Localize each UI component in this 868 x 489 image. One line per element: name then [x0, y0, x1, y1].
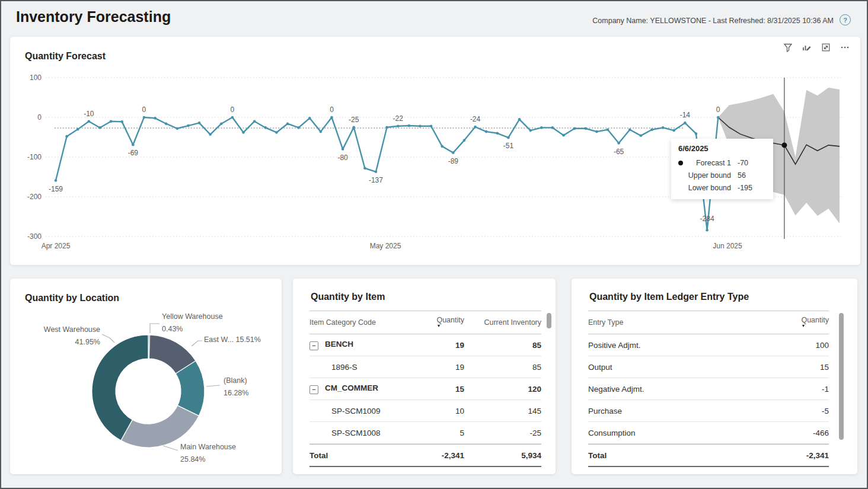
collapse-icon[interactable]: − [309, 341, 318, 350]
cell-value: 19 [408, 341, 464, 350]
tooltip-value: 56 [738, 170, 764, 182]
svg-text:-65: -65 [614, 148, 624, 156]
svg-text:0.43%: 0.43% [162, 325, 183, 333]
cell-value: 15 [764, 363, 829, 372]
table-row[interactable]: Negative Adjmt.-1 [588, 378, 829, 400]
cell-value: -2,341 [764, 451, 829, 460]
row-label: 1896-S [331, 363, 358, 372]
row-label: Positive Adjmt. [588, 341, 641, 350]
page-title: Inventory Forecasting [16, 8, 171, 25]
table-row[interactable]: Total-2,3415,934 [309, 444, 541, 467]
cell-value: 145 [464, 407, 541, 416]
more-options-icon[interactable] [840, 42, 850, 52]
svg-text:May 2025: May 2025 [370, 242, 401, 250]
column-header[interactable]: Entry Type [588, 318, 764, 327]
cell-value: 19 [408, 363, 464, 372]
tooltip-label: Upper bound [688, 170, 738, 182]
svg-text:-137: -137 [369, 176, 383, 184]
scrollbar-thumb[interactable] [839, 313, 844, 440]
column-header[interactable]: Quantity▼ [764, 316, 829, 329]
series-marker-icon [678, 161, 683, 165]
sort-descending-icon[interactable]: ▼ [436, 324, 464, 327]
svg-text:-22: -22 [393, 114, 404, 123]
tooltip-row: Upper bound 56 [678, 170, 768, 182]
collapse-icon[interactable]: − [309, 385, 318, 394]
table-row[interactable]: SP-SCM10085-25 [309, 422, 541, 444]
quantity-by-location-donut[interactable]: Yellow Warehouse0.43%East W... 15.51%(Bl… [10, 279, 282, 474]
table-row[interactable]: SP-SCM100910145 [309, 400, 541, 422]
table-row[interactable]: Positive Adjmt.100 [588, 334, 829, 356]
cell-value: -466 [764, 429, 829, 437]
svg-text:-80: -80 [337, 154, 348, 162]
tooltip-row: Forecast 1 -70 [678, 157, 768, 170]
svg-text:0: 0 [330, 106, 334, 114]
cell-value: 5,934 [464, 451, 541, 460]
svg-text:-25: -25 [349, 116, 359, 124]
table-row[interactable]: −CM_COMMER15120 [309, 378, 541, 400]
svg-text:-51: -51 [503, 142, 514, 150]
scrollbar-thumb[interactable] [547, 313, 551, 328]
donut-slice[interactable] [121, 405, 199, 448]
svg-text:-284: -284 [700, 215, 714, 223]
tooltip-value: -195 [738, 182, 764, 194]
cell-value: 10 [408, 407, 464, 416]
svg-text:West Warehouse: West Warehouse [44, 325, 100, 334]
app-window: Inventory Forecasting Company Name: YELL… [0, 0, 868, 489]
focus-mode-icon[interactable] [821, 42, 831, 52]
company-meta: Company Name: YELLOWSTONE - Last Refresh… [592, 17, 834, 25]
help-icon[interactable]: ? [840, 14, 851, 25]
svg-text:Main Warehouse: Main Warehouse [180, 443, 236, 451]
svg-text:0: 0 [231, 106, 235, 114]
svg-text:25.84%: 25.84% [180, 455, 205, 464]
row-label: Negative Adjmt. [588, 385, 644, 394]
svg-text:East W... 15.51%: East W... 15.51% [204, 335, 261, 344]
cell-value: 15 [408, 385, 464, 394]
quantity-by-item-card: Quantity by Item Item Category CodeQuant… [293, 279, 556, 474]
cell-value: -1 [764, 385, 829, 394]
tooltip-row: Lower bound -195 [678, 182, 768, 194]
svg-text:-14: -14 [680, 111, 691, 119]
table-header: Entry TypeQuantity▼ [588, 311, 829, 334]
location-card-title: Quantity by Location [25, 293, 119, 303]
column-header[interactable]: Current Inventory [464, 318, 541, 327]
svg-text:-100: -100 [27, 153, 42, 161]
tooltip-label: Forecast 1 [688, 157, 738, 170]
sort-descending-icon[interactable]: ▼ [801, 324, 829, 327]
table-row[interactable]: −BENCH1985 [309, 334, 541, 356]
quantity-by-ledger-card: Quantity by Item Ledger Entry Type Entry… [572, 279, 857, 474]
svg-text:Yellow Warehouse: Yellow Warehouse [162, 312, 223, 321]
cell-value: -5 [764, 407, 829, 416]
personalize-icon[interactable] [802, 42, 812, 52]
table-row[interactable]: Consumption-466 [588, 422, 829, 444]
svg-text:-10: -10 [84, 110, 94, 118]
cell-value: 100 [764, 341, 829, 350]
table-row[interactable]: Purchase-5 [588, 400, 829, 422]
tooltip-value: -70 [738, 157, 764, 170]
svg-text:-200: -200 [27, 193, 42, 201]
svg-text:Jun 2025: Jun 2025 [713, 242, 742, 250]
actuals-line [56, 117, 718, 230]
svg-text:(Blank): (Blank) [224, 376, 247, 385]
column-header[interactable]: Item Category Code [309, 318, 408, 327]
svg-text:16.28%: 16.28% [224, 389, 248, 397]
filter-icon[interactable] [783, 42, 793, 52]
quantity-by-ledger-table: Entry TypeQuantity▼Positive Adjmt.100Out… [588, 311, 829, 467]
svg-text:-300: -300 [27, 232, 42, 241]
svg-text:Apr 2025: Apr 2025 [42, 242, 71, 250]
table-row[interactable]: 1896-S1985 [309, 356, 541, 378]
chart-tooltip: 6/6/2025 Forecast 1 -70 Upper bound 56 L… [671, 139, 773, 199]
column-header[interactable]: Quantity▼ [408, 316, 464, 329]
tooltip-label: Lower bound [688, 182, 738, 194]
cell-value: 120 [464, 385, 541, 394]
svg-text:100: 100 [30, 73, 42, 82]
tooltip-date: 6/6/2025 [678, 144, 768, 153]
item-card-title: Quantity by Item [311, 292, 385, 302]
forecast-card-title: Quantity Forecast [25, 51, 106, 62]
svg-text:0: 0 [142, 106, 146, 114]
table-row[interactable]: Output15 [588, 356, 829, 378]
table-header: Item Category CodeQuantity▼Current Inven… [309, 311, 541, 334]
row-label: BENCH [325, 340, 353, 349]
row-label: SP-SCM1009 [331, 407, 381, 416]
row-label: Output [588, 363, 612, 372]
table-row[interactable]: Total-2,341 [588, 444, 829, 467]
